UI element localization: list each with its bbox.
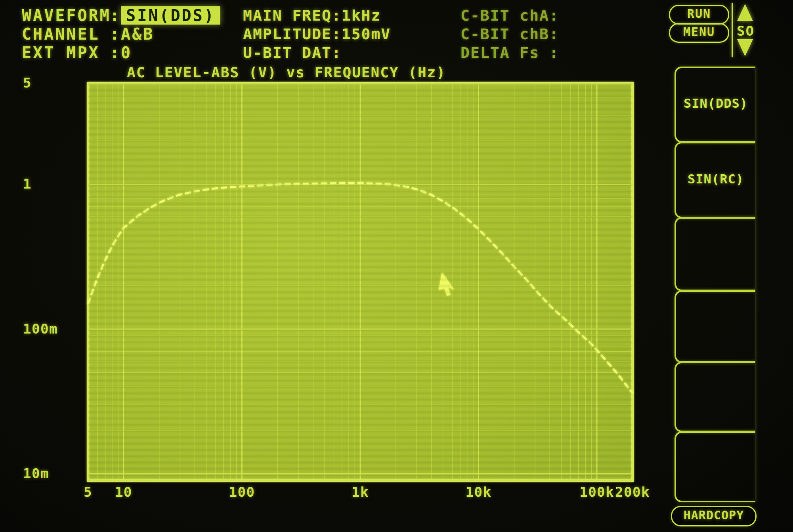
softkey-blank-3[interactable] [675, 217, 755, 291]
instrument-screen: WAVEFORM :SIN(DDS) CHANNEL :A&B EXT MPX … [0, 0, 793, 532]
y-tick-label: 10m [23, 465, 49, 481]
hardcopy-button[interactable]: HARDCOPY [671, 506, 757, 526]
softkey-label: SIN(DDS) [676, 96, 755, 111]
softkey-blank-6[interactable] [675, 431, 755, 502]
x-tick-label: 1k [329, 484, 392, 500]
x-tick-label: 100 [210, 484, 273, 500]
y-tick-label: 100m [23, 321, 58, 337]
softkey-sin-dds[interactable]: SIN(DDS) [675, 67, 755, 143]
x-tick-label: 200k [601, 484, 664, 500]
softkey-sin-rc[interactable]: SIN(RC) [675, 142, 755, 218]
chart-title: AC LEVEL-ABS (V) vs FREQUENCY (Hz) [127, 63, 446, 82]
softkey-blank-4[interactable] [675, 290, 755, 363]
y-tick-label: 1 [23, 176, 32, 192]
softkey-blank-5[interactable] [675, 362, 755, 432]
softkey-label: SIN(RC) [676, 171, 755, 186]
x-tick-label: 10 [92, 484, 155, 500]
x-tick-label: 10k [447, 484, 510, 500]
y-tick-label: 5 [23, 75, 32, 91]
